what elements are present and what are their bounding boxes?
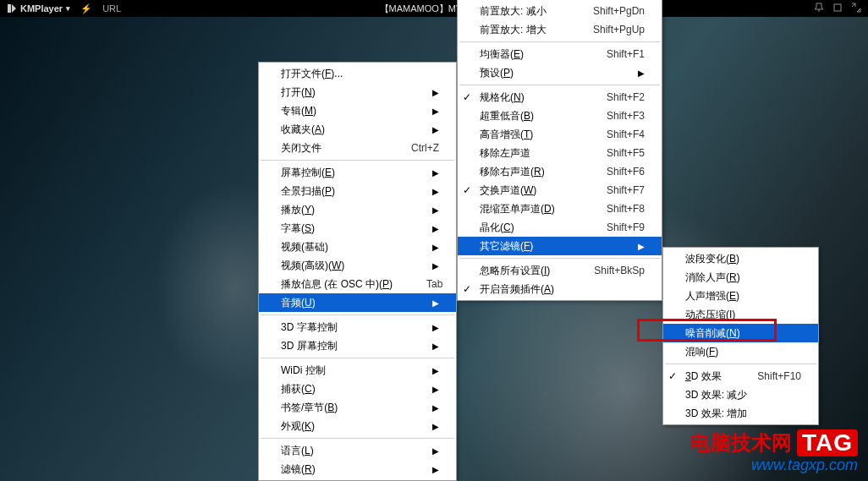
menu-item-label: 打开文件(F)... <box>281 67 439 81</box>
menu-item-shortcut: Shift+PgDn <box>593 5 645 17</box>
audio-menu-separator <box>459 258 660 259</box>
menu-item-label: 超重低音(B) <box>480 109 573 123</box>
filter-menu-item-2[interactable]: 人声增强(E) <box>663 287 818 305</box>
main-menu-item-11[interactable]: 视频(高级)(W)▶ <box>259 256 456 275</box>
audio-menu-item-11[interactable]: ✓交换声道(W)Shift+F7 <box>458 181 662 200</box>
menu-item-shortcut: Shift+F7 <box>607 184 645 196</box>
menu-item-label: 波段变化(B) <box>685 252 801 266</box>
main-menu-item-2[interactable]: 专辑(M)▶ <box>259 101 456 120</box>
submenu-arrow-icon: ▶ <box>432 366 439 375</box>
submenu-arrow-icon: ▶ <box>432 125 439 134</box>
audio-menu-item-16[interactable]: 忽略所有设置(I)Shift+BkSp <box>458 261 662 280</box>
audio-menu-item-7[interactable]: 超重低音(B)Shift+F3 <box>458 107 662 125</box>
filter-menu-item-9[interactable]: 3D 效果: 增加 <box>663 404 818 423</box>
audio-menu-item-14[interactable]: 其它滤镜(F)▶ <box>458 237 662 255</box>
main-menu-separator <box>261 314 454 315</box>
submenu-arrow-icon: ▶ <box>432 224 439 233</box>
menu-item-label: 人声增强(E) <box>685 289 801 303</box>
main-menu-item-9[interactable]: 字幕(S)▶ <box>259 219 456 238</box>
menu-item-label: 前置放大: 减小 <box>480 4 559 19</box>
menu-item-label: 打开(N) <box>281 85 432 100</box>
main-menu-item-15[interactable]: 3D 字幕控制▶ <box>259 318 456 336</box>
filter-menu-item-8[interactable]: 3D 效果: 减少 <box>663 385 818 404</box>
filter-menu-item-1[interactable]: 消除人声(R) <box>663 268 818 287</box>
submenu-arrow-icon: ▶ <box>432 261 439 271</box>
menu-item-label: 噪音削减(N) <box>685 326 801 341</box>
main-menu-item-6[interactable]: 屏幕控制(E)▶ <box>259 163 456 182</box>
audio-menu-item-3[interactable]: 均衡器(E)Shift+F1 <box>458 45 662 63</box>
menu-item-label: 前置放大: 增大 <box>480 23 559 37</box>
menu-item-label: 视频(高级)(W) <box>281 259 432 273</box>
menu-item-label: 全景扫描(P) <box>281 184 432 199</box>
main-menu-item-20[interactable]: 书签/章节(B)▶ <box>259 398 456 417</box>
menu-item-shortcut: Shift+F3 <box>607 110 645 122</box>
filter-menu-item-0[interactable]: 波段变化(B) <box>663 249 818 268</box>
menu-item-label: 均衡器(E) <box>480 47 573 62</box>
filter-menu-item-4[interactable]: 噪音削减(N) <box>663 324 818 342</box>
menu-item-label: 移除右声道(R) <box>480 165 573 179</box>
dropdown-icon[interactable]: ▾ <box>66 4 70 13</box>
audio-menu-item-4[interactable]: 预设(P)▶ <box>458 63 662 82</box>
filter-menu-separator <box>665 363 816 364</box>
main-menu-item-24[interactable]: 滤镜(R)▶ <box>259 460 456 478</box>
audio-menu-item-8[interactable]: 高音增强(T)Shift+F4 <box>458 125 662 144</box>
menu-item-label: 专辑(M) <box>281 104 432 118</box>
menu-item-label: 预设(P) <box>480 66 638 80</box>
audio-menu-item-17[interactable]: ✓开启音频插件(A) <box>458 280 662 298</box>
context-menu-audio: 前置放大: 减小Shift+PgDn前置放大: 增大Shift+PgUp均衡器(… <box>457 0 662 301</box>
main-menu-item-7[interactable]: 全景扫描(P)▶ <box>259 182 456 200</box>
main-menu-item-13[interactable]: 音频(U)▶ <box>259 293 456 312</box>
pin-icon[interactable] <box>814 3 824 14</box>
menu-item-label: 语言(L) <box>281 444 432 458</box>
filter-menu-item-5[interactable]: 混响(F) <box>663 342 818 361</box>
audio-menu-item-10[interactable]: 移除右声道(R)Shift+F6 <box>458 162 662 181</box>
menu-item-label: 混缩至单声道(D) <box>480 202 573 216</box>
filter-menu-item-3[interactable]: 动态压缩(I) <box>663 305 818 324</box>
main-menu-item-23[interactable]: 语言(L)▶ <box>259 441 456 460</box>
main-menu-item-16[interactable]: 3D 屏幕控制▶ <box>259 336 456 355</box>
menu-item-label: 3D 字幕控制 <box>281 320 432 335</box>
menu-item-label: 动态压缩(I) <box>685 308 801 322</box>
main-menu-item-8[interactable]: 播放(Y)▶ <box>259 200 456 219</box>
expand-icon[interactable] <box>851 3 861 14</box>
audio-menu-separator <box>459 41 660 42</box>
menu-item-shortcut: Shift+F6 <box>607 166 645 178</box>
main-menu-item-4[interactable]: 关闭文件Ctrl+Z <box>259 139 456 157</box>
menu-item-label: 外观(K) <box>281 419 432 434</box>
audio-menu-item-0[interactable]: 前置放大: 减小Shift+PgDn <box>458 2 662 20</box>
main-menu-item-3[interactable]: 收藏夹(A)▶ <box>259 120 456 139</box>
app-name: KMPlayer <box>20 3 63 14</box>
url-label[interactable]: URL <box>102 3 121 14</box>
menu-item-shortcut: Tab <box>426 278 442 290</box>
filter-menu-item-7[interactable]: ✓3D 效果Shift+F10 <box>663 367 818 385</box>
main-menu-item-0[interactable]: 打开文件(F)... <box>259 64 456 83</box>
main-menu-item-12[interactable]: 播放信息 (在 OSC 中)(P)Tab <box>259 275 456 293</box>
audio-menu-item-9[interactable]: 移除左声道Shift+F5 <box>458 144 662 162</box>
menu-item-label: 开启音频插件(A) <box>480 282 645 297</box>
submenu-arrow-icon: ▶ <box>432 168 439 178</box>
menu-item-label: 捕获(C) <box>281 382 432 396</box>
audio-menu-item-6[interactable]: ✓规格化(N)Shift+F2 <box>458 88 662 107</box>
main-menu-separator <box>261 438 454 439</box>
menu-item-label: 收藏夹(A) <box>281 123 432 137</box>
submenu-arrow-icon: ▶ <box>638 242 645 251</box>
watermark: 电脑技术网 TAG www.tagxp.com <box>690 429 858 474</box>
menu-item-shortcut: Shift+BkSp <box>594 265 645 276</box>
main-menu-item-19[interactable]: 捕获(C)▶ <box>259 380 456 398</box>
submenu-arrow-icon: ▶ <box>432 342 439 351</box>
main-menu-item-21[interactable]: 外观(K)▶ <box>259 417 456 435</box>
audio-menu-item-12[interactable]: 混缩至单声道(D)Shift+F8 <box>458 200 662 218</box>
menu-item-label: 3D 屏幕控制 <box>281 339 432 353</box>
menu-item-label: 高音增强(T) <box>480 128 573 142</box>
maximize-icon[interactable] <box>832 3 843 14</box>
lightning-icon[interactable]: ⚡ <box>80 3 92 14</box>
main-menu-item-18[interactable]: WiDi 控制▶ <box>259 361 456 380</box>
main-menu-item-1[interactable]: 打开(N)▶ <box>259 83 456 101</box>
check-icon: ✓ <box>463 283 471 295</box>
audio-menu-item-1[interactable]: 前置放大: 增大Shift+PgUp <box>458 20 662 39</box>
main-menu-item-10[interactable]: 视频(基础)▶ <box>259 238 456 256</box>
submenu-arrow-icon: ▶ <box>432 243 439 252</box>
submenu-arrow-icon: ▶ <box>432 422 439 431</box>
audio-menu-item-13[interactable]: 晶化(C)Shift+F9 <box>458 218 662 237</box>
menu-item-label: 3D 效果: 增加 <box>685 407 801 421</box>
